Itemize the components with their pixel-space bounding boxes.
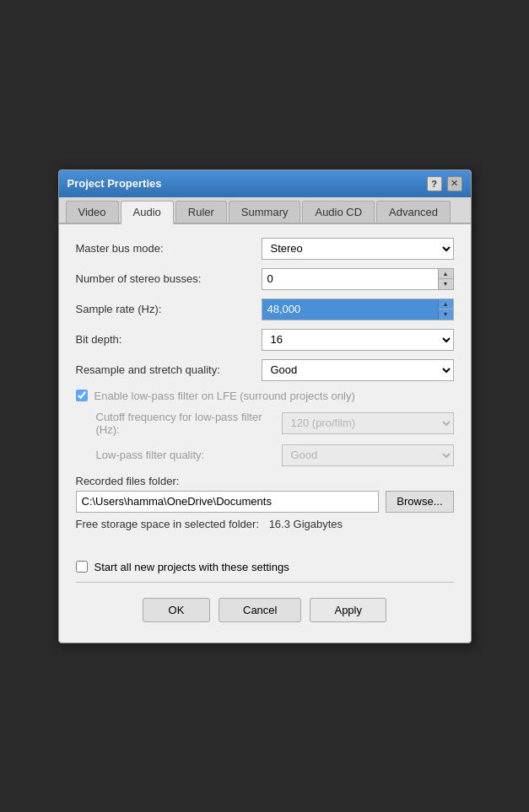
divider bbox=[76, 582, 454, 583]
start-new-checkbox[interactable] bbox=[76, 561, 88, 573]
button-row: OK Cancel Apply bbox=[76, 598, 454, 634]
title-bar: Project Properties ? ✕ bbox=[59, 170, 471, 197]
stereo-busses-down[interactable]: ▼ bbox=[438, 279, 453, 289]
browse-button[interactable]: Browse... bbox=[386, 491, 453, 513]
tab-video[interactable]: Video bbox=[66, 201, 119, 223]
resample-row: Resample and stretch quality: Good Bette… bbox=[76, 359, 454, 381]
stereo-busses-label: Number of stereo busses: bbox=[76, 272, 262, 285]
master-bus-row: Master bus mode: Stereo Mono 2.1 4.0 5.1… bbox=[76, 238, 454, 260]
sample-rate-row: Sample rate (Hz): ▲ ▼ bbox=[76, 298, 454, 320]
bit-depth-select[interactable]: 8 16 24 32 bbox=[262, 329, 454, 351]
cutoff-label: Cutoff frequency for low-pass filter (Hz… bbox=[96, 411, 282, 436]
stereo-busses-spinner: ▲ ▼ bbox=[438, 269, 453, 289]
sample-rate-up[interactable]: ▲ bbox=[438, 299, 453, 310]
lfe-filter-label: Enable low-pass filter on LFE (surround … bbox=[94, 390, 355, 402]
bit-depth-control: 8 16 24 32 bbox=[262, 329, 454, 351]
close-button[interactable]: ✕ bbox=[447, 176, 462, 191]
sample-rate-spinbox: ▲ ▼ bbox=[262, 298, 454, 320]
folder-input[interactable] bbox=[76, 491, 380, 513]
cutoff-control: 120 (pro/film) 80 100 160 bbox=[282, 412, 454, 434]
content-area: Master bus mode: Stereo Mono 2.1 4.0 5.1… bbox=[59, 224, 471, 552]
master-bus-label: Master bus mode: bbox=[76, 242, 262, 255]
tab-audiocd[interactable]: Audio CD bbox=[302, 201, 375, 223]
project-properties-dialog: Project Properties ? ✕ Video Audio Ruler… bbox=[58, 169, 472, 643]
master-bus-control: Stereo Mono 2.1 4.0 5.1 7.1 bbox=[262, 238, 454, 260]
sample-rate-down[interactable]: ▼ bbox=[438, 309, 453, 320]
lowpass-quality-control: Good Better Best bbox=[282, 444, 454, 466]
lfe-filter-row: Enable low-pass filter on LFE (surround … bbox=[76, 390, 454, 402]
storage-label: Free storage space in selected folder: bbox=[76, 518, 260, 530]
resample-control: Good Better Best bbox=[262, 359, 454, 381]
sample-rate-control: ▲ ▼ bbox=[262, 298, 454, 320]
stereo-busses-row: Number of stereo busses: ▲ ▼ bbox=[76, 268, 454, 290]
help-button[interactable]: ? bbox=[427, 176, 442, 191]
lowpass-quality-label: Low-pass filter quality: bbox=[96, 449, 282, 461]
storage-info: Free storage space in selected folder: 1… bbox=[76, 518, 454, 530]
sample-rate-label: Sample rate (Hz): bbox=[76, 303, 262, 315]
bit-depth-label: Bit depth: bbox=[76, 333, 262, 346]
cutoff-select[interactable]: 120 (pro/film) 80 100 160 bbox=[282, 412, 454, 434]
folder-row: Recorded files folder: Browse... bbox=[76, 475, 454, 513]
lowpass-quality-select[interactable]: Good Better Best bbox=[282, 444, 454, 466]
sample-rate-input[interactable] bbox=[262, 299, 438, 320]
tabs-bar: Video Audio Ruler Summary Audio CD Advan… bbox=[59, 197, 471, 224]
tab-summary[interactable]: Summary bbox=[229, 201, 301, 223]
folder-input-row: Browse... bbox=[76, 491, 454, 513]
folder-label: Recorded files folder: bbox=[76, 475, 454, 487]
master-bus-select[interactable]: Stereo Mono 2.1 4.0 5.1 7.1 bbox=[262, 238, 454, 260]
bottom-area: Start all new projects with these settin… bbox=[59, 552, 471, 643]
tab-advanced[interactable]: Advanced bbox=[376, 201, 451, 223]
title-bar-buttons: ? ✕ bbox=[427, 176, 462, 191]
dialog-title: Project Properties bbox=[67, 177, 162, 190]
bit-depth-row: Bit depth: 8 16 24 32 bbox=[76, 329, 454, 351]
ok-button[interactable]: OK bbox=[143, 598, 210, 622]
lfe-filter-checkbox[interactable] bbox=[76, 390, 88, 401]
resample-label: Resample and stretch quality: bbox=[76, 363, 262, 376]
start-new-label: Start all new projects with these settin… bbox=[94, 561, 289, 573]
apply-button[interactable]: Apply bbox=[310, 598, 386, 622]
stereo-busses-up[interactable]: ▲ bbox=[438, 269, 453, 280]
tab-audio[interactable]: Audio bbox=[121, 201, 174, 224]
cancel-button[interactable]: Cancel bbox=[219, 598, 301, 622]
stereo-busses-control: ▲ ▼ bbox=[262, 268, 454, 290]
start-new-row: Start all new projects with these settin… bbox=[76, 561, 454, 573]
resample-select[interactable]: Good Better Best bbox=[262, 359, 454, 381]
stereo-busses-spinbox: ▲ ▼ bbox=[262, 268, 454, 290]
sample-rate-spinner: ▲ ▼ bbox=[438, 299, 453, 320]
stereo-busses-input[interactable] bbox=[262, 269, 438, 289]
cutoff-row: Cutoff frequency for low-pass filter (Hz… bbox=[76, 411, 454, 436]
lowpass-quality-row: Low-pass filter quality: Good Better Bes… bbox=[76, 444, 454, 466]
tab-ruler[interactable]: Ruler bbox=[175, 201, 227, 223]
storage-value: 16.3 Gigabytes bbox=[269, 518, 343, 530]
